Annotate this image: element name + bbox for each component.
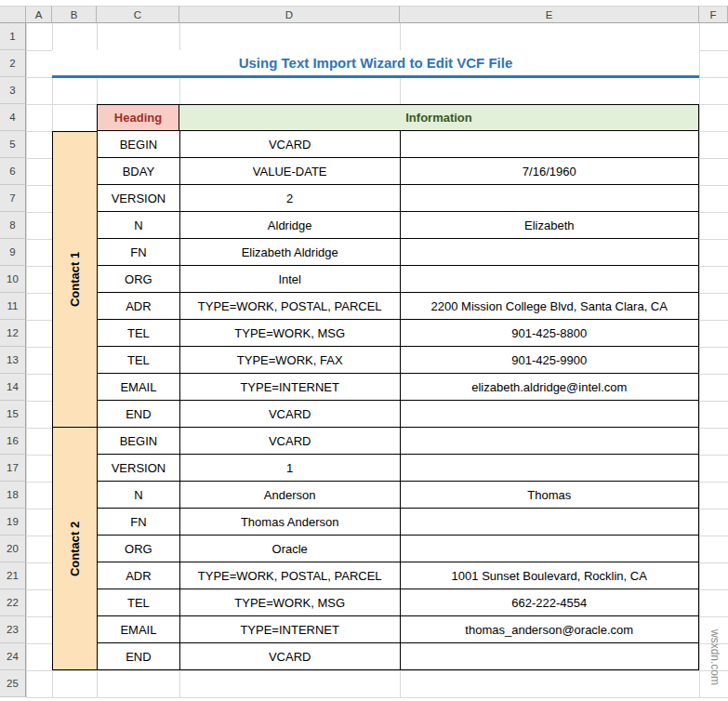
cell-info1[interactable]: VCARD [180,401,401,428]
cell-info1[interactable]: TYPE=WORK, POSTAL, PARCEL [180,293,401,320]
table-row: FNThomas Anderson [98,509,699,536]
row-header-10[interactable]: 10 [0,266,26,293]
row-header-17[interactable]: 17 [0,455,26,482]
cell-heading[interactable]: ORG [98,266,180,293]
cell-info2[interactable]: Elizabeth [401,212,700,239]
row-header-22[interactable]: 22 [0,589,26,616]
row-header-24[interactable]: 24 [0,643,26,670]
row-header-1[interactable]: 1 [0,23,26,50]
cell-heading[interactable]: N [98,212,180,239]
row-header-12[interactable]: 12 [0,320,26,347]
table-row: ENDVCARD [98,643,699,670]
cell-info1[interactable]: Intel [180,266,401,293]
row-header-23[interactable]: 23 [0,616,26,643]
contact-2-label: Contact 2 [68,521,82,575]
column-header-C[interactable]: C [97,6,179,23]
cell-info2[interactable] [401,131,700,158]
cell-heading[interactable]: VERSION [98,185,180,212]
row-header-13[interactable]: 13 [0,347,26,374]
row-header-20[interactable]: 20 [0,536,26,562]
column-header-D[interactable]: D [179,6,400,23]
sheet-title-cell[interactable]: Using Text Import Wizard to Edit VCF Fil… [52,50,699,78]
contact-2-merged-cell[interactable]: Contact 2 [52,428,97,670]
row-header-5[interactable]: 5 [0,131,26,158]
cell-info1[interactable]: 2 [180,185,401,212]
cell-info1[interactable]: Aldridge [180,212,401,239]
cell-heading[interactable]: ADR [98,562,180,589]
cell-heading[interactable]: ORG [98,536,180,562]
cell-heading[interactable]: END [98,643,180,670]
row-header-18[interactable]: 18 [0,482,26,509]
cell-info1[interactable]: Elizabeth Aldridge [180,239,401,266]
cell-info2[interactable]: Thomas [401,482,700,509]
cell-heading[interactable]: FN [98,239,180,266]
row-header-6[interactable]: 6 [0,158,26,185]
cell-info1[interactable]: VALUE-DATE [180,158,401,185]
row-header-4[interactable]: 4 [0,104,26,131]
cell-info2[interactable]: elizabeth.aldridge@intel.com [401,374,700,401]
cell-info2[interactable] [401,266,700,293]
cell-info1[interactable]: TYPE=WORK, POSTAL, PARCEL [180,562,401,589]
cell-heading[interactable]: FN [98,509,180,536]
row-header-16[interactable]: 16 [0,428,26,455]
cell-heading[interactable]: BEGIN [98,428,180,455]
cell-info2[interactable]: 662-222-4554 [401,589,700,616]
cell-heading[interactable]: N [98,482,180,509]
cell-info1[interactable]: Anderson [180,482,401,509]
table-header-heading-cell[interactable]: Heading [97,104,179,131]
cell-info2[interactable] [401,239,700,266]
cell-info1[interactable]: TYPE=INTERNET [180,374,401,401]
row-header-25[interactable]: 25 [0,670,26,697]
row-header-9[interactable]: 9 [0,239,26,266]
cell-info1[interactable]: Thomas Anderson [180,509,401,536]
row-header-21[interactable]: 21 [0,562,26,589]
cell-heading[interactable]: EMAIL [98,374,180,401]
cell-heading[interactable]: TEL [98,320,180,347]
cell-info1[interactable]: 1 [180,455,401,482]
row-header-19[interactable]: 19 [0,509,26,536]
row-header-7[interactable]: 7 [0,185,26,212]
cell-heading[interactable]: TEL [98,347,180,374]
cell-info2[interactable]: 901-425-9900 [401,347,700,374]
row-header-2[interactable]: 2 [0,50,26,77]
cell-info2[interactable] [401,185,700,212]
row-header-15[interactable]: 15 [0,401,26,428]
cell-info2[interactable] [401,428,700,455]
select-all-corner[interactable] [0,6,26,23]
column-header-A[interactable]: A [26,6,52,23]
cell-info1[interactable]: TYPE=WORK, MSG [180,320,401,347]
row-header-14[interactable]: 14 [0,374,26,401]
column-header-B[interactable]: B [52,6,97,23]
cell-info2[interactable]: 7/16/1960 [401,158,700,185]
table-header-information-cell[interactable]: Information [179,104,699,131]
contact-1-merged-cell[interactable]: Contact 1 [52,131,97,428]
cell-heading[interactable]: VERSION [98,455,180,482]
cell-info2[interactable] [401,643,700,670]
column-header-F[interactable]: F [699,6,728,23]
cell-heading[interactable]: BEGIN [98,131,180,158]
cell-info2[interactable]: thomas_anderson@oracle.com [401,616,700,643]
cell-info1[interactable]: TYPE=WORK, MSG [180,589,401,616]
cell-info1[interactable]: TYPE=WORK, FAX [180,347,401,374]
cell-heading[interactable]: BDAY [98,158,180,185]
cell-heading[interactable]: ADR [98,293,180,320]
column-header-E[interactable]: E [400,6,699,23]
cell-info2[interactable]: 901-425-8800 [401,320,700,347]
cell-info1[interactable]: VCARD [180,428,401,455]
cell-info2[interactable] [401,455,700,482]
cell-heading[interactable]: END [98,401,180,428]
cell-info1[interactable]: TYPE=INTERNET [180,616,401,643]
row-header-8[interactable]: 8 [0,212,26,239]
cell-info1[interactable]: VCARD [180,131,401,158]
cell-info2[interactable] [401,509,700,536]
cell-info1[interactable]: VCARD [180,643,401,670]
cell-heading[interactable]: TEL [98,589,180,616]
cell-info2[interactable] [401,536,700,562]
cell-info2[interactable] [401,401,700,428]
cell-heading[interactable]: EMAIL [98,616,180,643]
cell-info1[interactable]: Oracle [180,536,401,562]
row-header-11[interactable]: 11 [0,293,26,320]
row-header-3[interactable]: 3 [0,77,26,104]
cell-info2[interactable]: 1001 Sunset Boulevard, Rocklin, CA [401,562,700,589]
cell-info2[interactable]: 2200 Mission College Blvd, Santa Clara, … [401,293,700,320]
